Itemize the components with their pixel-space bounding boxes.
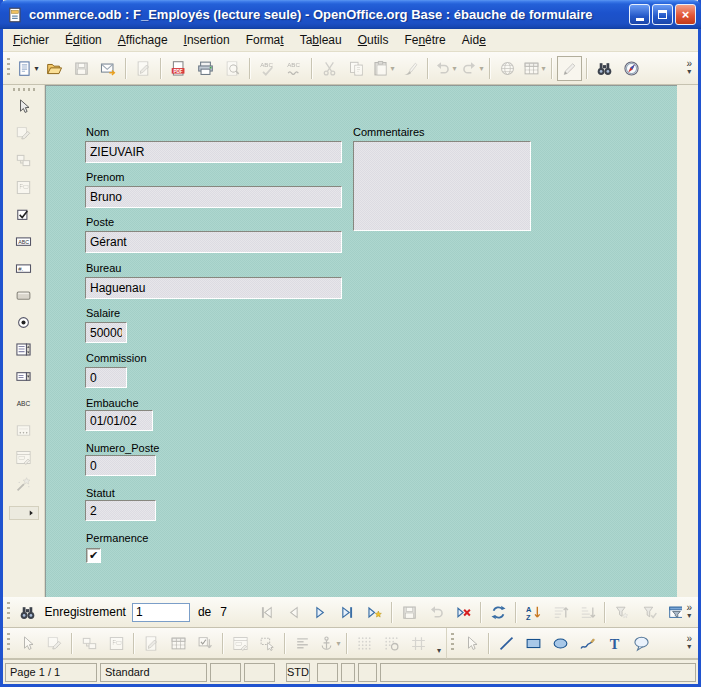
navigator-button[interactable] bbox=[619, 56, 644, 81]
overflow-dropdown-icon: ▾ bbox=[687, 68, 691, 76]
line-icon bbox=[498, 635, 515, 652]
menu-aide[interactable]: Aide bbox=[454, 30, 494, 50]
menu-edition[interactable]: Édition bbox=[57, 30, 110, 50]
combo-box-icon bbox=[15, 368, 32, 385]
poste-label: Poste bbox=[86, 216, 114, 228]
toolbar-grip[interactable] bbox=[13, 88, 35, 91]
helplines-icon bbox=[410, 635, 427, 652]
numero-poste-field[interactable] bbox=[85, 455, 156, 476]
add-field-button bbox=[139, 631, 164, 656]
delete-record-button[interactable] bbox=[451, 600, 476, 625]
design-mode-icon bbox=[46, 635, 63, 652]
toolbar-grip[interactable] bbox=[7, 633, 10, 653]
check-box-button[interactable] bbox=[11, 202, 36, 227]
toolbar-separator bbox=[346, 633, 348, 654]
embauche-field[interactable] bbox=[85, 410, 153, 431]
line-button[interactable] bbox=[494, 631, 519, 656]
find-replace-icon bbox=[596, 60, 613, 77]
snap-to-grid-button bbox=[379, 631, 404, 656]
nom-field[interactable] bbox=[85, 141, 342, 163]
label-field-button[interactable]: ABC bbox=[11, 391, 36, 416]
menu-outils[interactable]: Outils bbox=[350, 30, 397, 50]
status-panel-slot-9 bbox=[380, 663, 696, 682]
left-toolbar-more-button[interactable] bbox=[9, 506, 39, 520]
menu-fichier[interactable]: Fichier bbox=[5, 30, 57, 50]
paste-button: ▾ bbox=[371, 56, 396, 81]
toolbar-overflow-button[interactable]: » ▾ bbox=[682, 604, 696, 620]
new-record-button[interactable] bbox=[362, 600, 387, 625]
sort-button[interactable]: AZ bbox=[521, 600, 546, 625]
statut-field[interactable] bbox=[85, 500, 156, 521]
undo-button: ▾ bbox=[433, 56, 458, 81]
auto-spellcheck-button: ABC bbox=[282, 56, 307, 81]
maximize-button[interactable] bbox=[652, 4, 673, 25]
toolbar-grip[interactable] bbox=[7, 602, 10, 622]
poste-field[interactable] bbox=[85, 231, 342, 253]
commission-label: Commission bbox=[86, 352, 147, 364]
next-record-button[interactable] bbox=[308, 600, 333, 625]
record-number-input[interactable] bbox=[132, 603, 190, 622]
helplines-while-moving-button bbox=[406, 631, 431, 656]
print-button[interactable] bbox=[193, 56, 218, 81]
toolbar-separator bbox=[284, 633, 286, 654]
toolbar-separator bbox=[427, 58, 429, 79]
minimize-button[interactable] bbox=[629, 4, 650, 25]
freeform-line-button[interactable] bbox=[575, 631, 600, 656]
refresh-button[interactable] bbox=[486, 600, 511, 625]
toolbar-overflow-button[interactable]: » ▾ bbox=[682, 635, 696, 651]
salaire-field[interactable] bbox=[85, 322, 127, 343]
toolbar-overflow-button[interactable]: » ▾ bbox=[682, 60, 696, 76]
text-button[interactable]: T bbox=[602, 631, 627, 656]
rectangle-button[interactable] bbox=[521, 631, 546, 656]
export-pdf-button[interactable]: PDF bbox=[166, 56, 191, 81]
ellipse-button[interactable] bbox=[548, 631, 573, 656]
page-preview-button bbox=[220, 56, 245, 81]
bureau-field[interactable] bbox=[85, 277, 342, 299]
control-icon bbox=[81, 635, 98, 652]
option-button-button[interactable] bbox=[11, 310, 36, 335]
toolbar-grip[interactable] bbox=[451, 633, 454, 653]
commission-field[interactable] bbox=[85, 367, 127, 388]
toolbar-separator bbox=[488, 633, 490, 654]
last-record-button[interactable] bbox=[335, 600, 360, 625]
spellcheck-icon: ABC bbox=[259, 60, 276, 77]
overflow-dropdown-icon: ▾ bbox=[687, 643, 691, 651]
formatted-field-button[interactable]: #. bbox=[11, 256, 36, 281]
menu-tableau[interactable]: Tableau bbox=[292, 30, 350, 50]
find-replace-button[interactable] bbox=[592, 56, 617, 81]
callouts-button[interactable] bbox=[629, 631, 654, 656]
text-box-icon: ABC bbox=[15, 233, 32, 250]
next-record-icon bbox=[312, 604, 329, 621]
menu-fenetre[interactable]: Fenêtre bbox=[396, 30, 453, 50]
svg-text:ABC: ABC bbox=[18, 239, 29, 245]
close-button[interactable]: × bbox=[675, 4, 696, 25]
control-icon bbox=[15, 152, 32, 169]
permanence-checkbox[interactable]: ✔ bbox=[86, 548, 101, 563]
toolbar-options-icon[interactable]: ▾ bbox=[434, 646, 444, 655]
list-box-button[interactable] bbox=[11, 337, 36, 362]
text-box-button[interactable]: ABC bbox=[11, 229, 36, 254]
redo-icon bbox=[461, 60, 478, 77]
edit-mode-icon bbox=[561, 60, 578, 77]
new-document-button[interactable]: ▾ bbox=[15, 56, 40, 81]
select-button[interactable] bbox=[11, 94, 36, 119]
open-button[interactable] bbox=[42, 56, 67, 81]
title-bar[interactable]: commerce.odb : F_Employés (lecture seule… bbox=[0, 0, 701, 29]
menu-format[interactable]: Format bbox=[238, 30, 292, 50]
toolbar-grip[interactable] bbox=[7, 58, 10, 78]
form-based-filters-button[interactable] bbox=[664, 600, 682, 625]
edit-file-button bbox=[131, 56, 156, 81]
record-label: Enregistrement bbox=[45, 605, 126, 619]
right-dock-area bbox=[677, 85, 698, 597]
svg-text:ABC: ABC bbox=[287, 61, 300, 68]
combo-box-button[interactable] bbox=[11, 364, 36, 389]
table-button: ▾ bbox=[522, 56, 547, 81]
push-button-button[interactable] bbox=[11, 283, 36, 308]
form-navigation-toolbar: Enregistrement de 7 AZ » ▾ bbox=[3, 597, 698, 628]
menu-affichage[interactable]: Affichage bbox=[110, 30, 176, 50]
find-record-button[interactable] bbox=[15, 600, 40, 625]
email-document-button[interactable] bbox=[96, 56, 121, 81]
commentaires-field[interactable] bbox=[353, 141, 531, 231]
prenom-field[interactable] bbox=[85, 186, 342, 208]
menu-insertion[interactable]: Insertion bbox=[176, 30, 238, 50]
